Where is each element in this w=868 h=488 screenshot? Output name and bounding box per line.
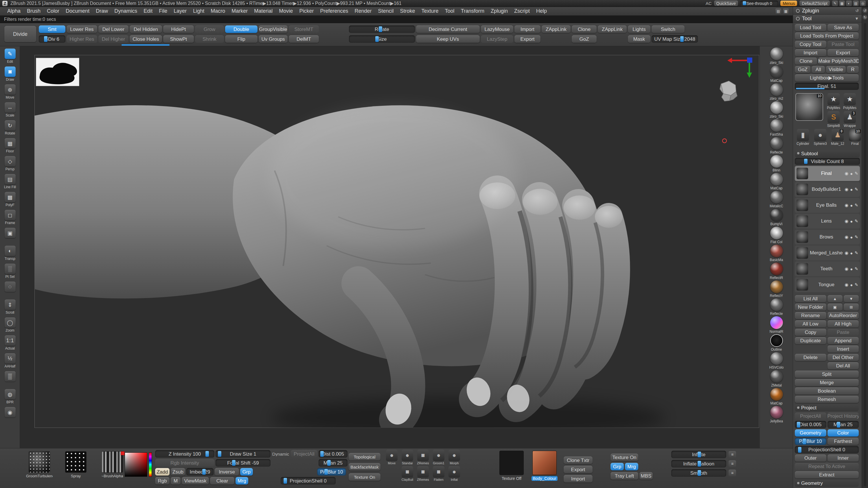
menu-item[interactable]: Picker: [296, 7, 317, 15]
menu-item[interactable]: Preferences: [317, 7, 351, 15]
subtool-thumbnail[interactable]: [797, 184, 808, 195]
body-colour-selector[interactable]: Body_Colour: [531, 451, 558, 481]
quick-brush[interactable]: ● Morph: [447, 450, 461, 465]
tool-palette-control[interactable]: ⊞: [844, 303, 859, 311]
tool-thumbnail[interactable]: ● Sphere3: [813, 129, 828, 146]
material-sphere-icon[interactable]: [770, 406, 783, 419]
material-sphere-icon[interactable]: [770, 388, 783, 401]
menu-item[interactable]: Light: [190, 7, 208, 15]
tool-palette-control[interactable]: Final. 51: [795, 83, 859, 90]
bottomshelf-control[interactable]: Mean 25: [318, 459, 347, 466]
tool-palette-control[interactable]: ▣: [828, 303, 842, 311]
topshelf-control[interactable]: LazyStep: [481, 35, 513, 43]
menu-item[interactable]: Help: [533, 7, 550, 15]
color-gradient-square[interactable]: [125, 452, 147, 477]
topshelf-control[interactable]: HidePt: [163, 26, 194, 33]
topshelf-control[interactable]: Size: [349, 35, 415, 43]
material-sphere-icon[interactable]: [770, 47, 783, 60]
leftshelf-button[interactable]: ◯ Zoom: [0, 316, 20, 334]
brush-icon[interactable]: ●: [448, 450, 460, 461]
toggle-button[interactable]: Texture On: [349, 473, 380, 481]
tool-palette-control[interactable]: Paste Tool: [828, 41, 859, 48]
material-sphere-icon[interactable]: [770, 119, 783, 132]
tool-thumbnail[interactable]: ▮ Cylinder: [795, 129, 810, 146]
tool-palette-control[interactable]: Rename: [795, 312, 826, 319]
active-tool-thumbnail[interactable]: 10: [795, 93, 823, 121]
scrollbar-track[interactable]: [864, 23, 866, 486]
menu-item[interactable]: Marker: [228, 7, 251, 15]
visible-count-slider[interactable]: Visible Count 8: [795, 158, 860, 165]
topshelf-control[interactable]: StoreMT: [289, 26, 319, 33]
material-sphere-icon[interactable]: [770, 281, 783, 293]
bottomshelf-control[interactable]: Clear: [210, 477, 235, 485]
material-sphere-icon[interactable]: [770, 298, 783, 311]
subtool-thumbnail[interactable]: [797, 199, 808, 211]
brush-icon[interactable]: ●: [402, 450, 413, 461]
menu-item[interactable]: File: [156, 7, 170, 15]
tool-palette-control[interactable]: Duplicate: [795, 337, 826, 344]
leftshelf-button[interactable]: ▒: [0, 370, 20, 388]
tool-palette-control[interactable]: Delete: [795, 354, 826, 361]
menu-item[interactable]: Transform: [458, 7, 488, 15]
topshelf-control[interactable]: Close Holes: [130, 35, 162, 43]
bottomshelf-control[interactable]: Mrg: [236, 477, 248, 485]
tray-button[interactable]: Texture On: [611, 454, 638, 461]
tray-open-icon[interactable]: ↺: [863, 8, 867, 13]
topshelf-control[interactable]: Double: [225, 26, 257, 33]
leftshelf-button[interactable]: 1:1 Actual: [0, 334, 20, 352]
subtool-row[interactable]: Eye Balls ◉ ● ✎: [795, 198, 860, 213]
leftshelf-button[interactable]: ◐ Transp: [0, 245, 20, 262]
material-swatch[interactable]: NormalR: [760, 316, 793, 334]
topshelf-control[interactable]: Mask: [628, 35, 650, 43]
tool-palette-control[interactable]: Insert: [828, 346, 859, 353]
tool-palette-control[interactable]: Copy: [795, 329, 826, 336]
brush-icon[interactable]: ●: [433, 450, 444, 461]
tool-palette-control[interactable]: Load Tools From Project: [795, 32, 859, 40]
texture-action-button[interactable]: Import: [564, 475, 593, 483]
topshelf-control[interactable]: ZAppLink: [541, 26, 570, 33]
topshelf-control[interactable]: LazyMouse: [481, 26, 513, 33]
material-swatch[interactable]: MatCap: [760, 388, 793, 406]
tool-palette-control[interactable]: All High: [828, 320, 859, 328]
tool-palette-control[interactable]: Farthest: [828, 438, 859, 445]
tool-thumbnail[interactable]: ♟ 3 Wrappe: [842, 111, 857, 128]
leftshelf-button[interactable]: ◇ Persp: [0, 155, 20, 173]
topshelf-control[interactable]: DelMT: [289, 35, 319, 43]
tool-palette-control[interactable]: Project: [795, 404, 859, 412]
leftshelf-button[interactable]: ✎ Edit: [0, 47, 20, 65]
subtool-row[interactable]: Tongue ◉ ● ✎: [795, 277, 860, 292]
topshelf-control[interactable]: Del Lower: [98, 26, 128, 33]
toggle-button[interactable]: BackfaceMask: [349, 463, 380, 470]
topshelf-control[interactable]: Del Hidden: [130, 26, 162, 33]
material-swatch[interactable]: JellyBea: [760, 406, 793, 424]
quick-brush[interactable]: ● Inflat: [447, 466, 461, 481]
material-swatch[interactable]: MatCap: [760, 173, 793, 191]
tool-palette-control[interactable]: Remesh: [795, 396, 859, 403]
deformation-slider[interactable]: Inflate Balloon: [671, 460, 726, 467]
palette-refresh-icon[interactable]: ↺: [855, 8, 859, 13]
topshelf-control[interactable]: Decimate Current: [416, 26, 480, 33]
tool-palette-control[interactable]: Del All: [828, 362, 859, 369]
tool-palette-control[interactable]: ▲: [828, 295, 842, 302]
material-sphere-icon[interactable]: [770, 173, 783, 186]
tray-close-icon[interactable]: ↻: [863, 15, 867, 20]
quick-brush[interactable]: ■ Flatten: [432, 466, 445, 481]
tray-button[interactable]: Tray Left: [611, 472, 638, 480]
material-swatch[interactable]: Flat Col: [760, 227, 793, 245]
eye-icon[interactable]: ◉: [844, 219, 848, 224]
topshelf-control[interactable]: SDiv 6: [39, 35, 65, 43]
bottomshelf-control[interactable]: Dynamic: [272, 450, 290, 458]
tool-palette-control[interactable]: All: [812, 66, 825, 73]
menu-item[interactable]: Layer: [170, 7, 190, 15]
tool-palette-control[interactable]: Import: [795, 49, 826, 56]
bottomshelf-control[interactable]: Grp: [240, 468, 253, 476]
paint-icon[interactable]: ●: [850, 251, 852, 256]
tool-palette-control[interactable]: Append: [828, 337, 859, 344]
divide-button[interactable]: Divide: [4, 26, 36, 42]
leftshelf-button[interactable]: ↻ Rotate: [0, 119, 20, 137]
tool-palette-control[interactable]: ProjectAll: [795, 413, 826, 420]
menu-item[interactable]: Edit: [140, 7, 156, 15]
tool-palette-control[interactable]: Split: [795, 370, 859, 378]
tray-button[interactable]: Grp: [611, 463, 624, 470]
quick-brush[interactable]: ● Standar: [400, 450, 414, 465]
